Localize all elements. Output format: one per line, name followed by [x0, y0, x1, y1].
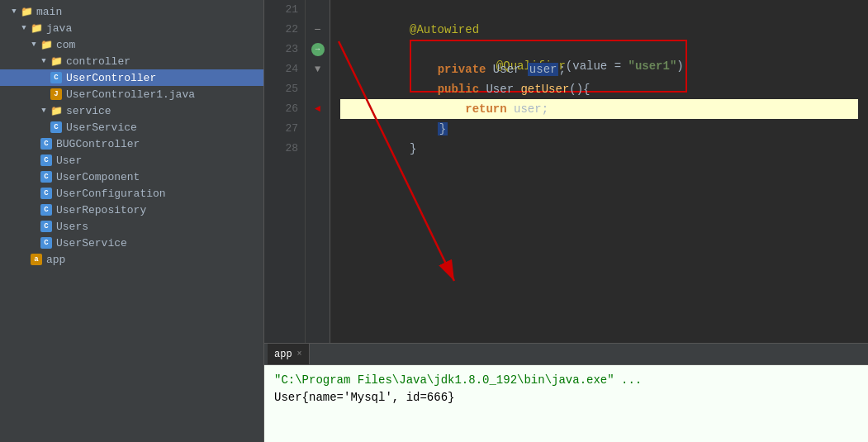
tree-item-usercomponent[interactable]: C UserComponent: [0, 169, 263, 185]
tree-label: UserConfiguration: [56, 188, 166, 200]
tree-item-user[interactable]: C User: [0, 152, 263, 169]
tree-label: com: [56, 39, 75, 51]
bottom-tab-label: app: [274, 349, 292, 360]
java-icon: J: [50, 88, 63, 101]
code-content[interactable]: @Autowired @Qualifier(value = "user1") p…: [330, 0, 868, 343]
folder-icon: 📁: [50, 104, 63, 117]
tree-item-java[interactable]: ▼ 📁 java: [0, 20, 263, 36]
indent-25: [410, 102, 465, 116]
tree-item-users[interactable]: C Users: [0, 218, 263, 235]
line-num-22: 22: [264, 20, 305, 40]
brace-27: }: [410, 142, 416, 155]
gutter-icon-23: →: [306, 40, 330, 59]
folder-icon: 📁: [40, 38, 53, 51]
tree-item-usercontroller1[interactable]: J UserController1.java: [0, 86, 263, 102]
tree-item-usercontroller[interactable]: C UserController: [0, 69, 263, 86]
class-icon: C: [40, 220, 53, 233]
line-num-25: 25: [264, 79, 305, 99]
console-line-2: User{name='Mysql', id=666}: [274, 389, 858, 406]
chevron-icon: ▼: [40, 57, 48, 65]
keyword-public: public: [438, 83, 479, 96]
var-user: user: [528, 63, 559, 76]
indent-26: [410, 122, 438, 135]
tree-label: User: [56, 154, 82, 167]
file-tree-sidebar: ▼ 📁 main ▼ 📁 java ▼ 📁 com ▼ 📁 controller: [0, 0, 264, 442]
keyword-return: return: [465, 102, 506, 116]
method-getuser: getUser: [520, 83, 569, 96]
tree-label: controller: [66, 55, 130, 68]
folder-icon: 📁: [20, 5, 33, 18]
tree-label: UserController1.java: [66, 88, 195, 101]
semicolon: ;: [558, 63, 565, 76]
tree-item-controller[interactable]: ▼ 📁 controller: [0, 53, 263, 69]
tree-item-userservice-inner[interactable]: C UserService: [0, 119, 263, 135]
type-user: User: [493, 63, 521, 76]
code-editor: 21 22 23 24 25 26 27 28 − →: [264, 0, 868, 442]
line-num-26: 26: [264, 99, 305, 119]
parens: (){: [569, 83, 590, 96]
string-user1: "user1": [628, 59, 677, 73]
tree-item-main[interactable]: ▼ 📁 main: [0, 3, 263, 20]
console-text-1: "C:\Program Files\Java\jdk1.8.0_192\bin\…: [274, 373, 642, 387]
console-output: "C:\Program Files\Java\jdk1.8.0_192\bin\…: [264, 365, 868, 442]
bottom-tab-bar: app ×: [264, 344, 868, 365]
value-label: value: [572, 59, 607, 73]
tree-label: UserService: [56, 237, 127, 250]
tree-label: main: [36, 6, 62, 18]
bottom-panel: app × "C:\Program Files\Java\jdk1.8.0_19…: [264, 343, 868, 442]
line-num-24: 24: [264, 59, 305, 79]
gutter-icon-27: [306, 119, 330, 139]
chevron-icon: ▼: [40, 107, 48, 115]
class-icon: C: [40, 170, 53, 183]
tree-label: Users: [56, 221, 88, 233]
gutter-icon-28: [306, 139, 330, 159]
gutter-icon-22: −: [306, 20, 330, 40]
sp-ret: user;: [507, 102, 548, 116]
gutter-icon-24: ▼: [306, 59, 330, 79]
bottom-tab-app[interactable]: app ×: [268, 344, 310, 364]
tree-item-userrepository[interactable]: C UserRepository: [0, 202, 263, 218]
indent-space: [410, 63, 438, 76]
tree-item-service[interactable]: ▼ 📁 service: [0, 102, 263, 119]
tree-label: java: [46, 22, 72, 35]
class-icon: C: [50, 121, 63, 134]
app-icon: a: [30, 253, 43, 266]
gutter-icon-21: [306, 0, 330, 20]
tree-item-userconfiguration[interactable]: C UserConfiguration: [0, 185, 263, 202]
bottom-tab-close-icon[interactable]: ×: [297, 349, 302, 359]
tree-label: BUGController: [56, 138, 140, 150]
chevron-icon: ▼: [10, 7, 18, 16]
folder-icon: 📁: [50, 55, 63, 68]
editor-gutter: − → ▼ ◄: [306, 0, 330, 343]
class-icon: C: [50, 71, 63, 84]
tree-label: UserService: [66, 121, 137, 134]
tree-item-userservice[interactable]: C UserService: [0, 235, 263, 251]
console-line-1: "C:\Program Files\Java\jdk1.8.0_192\bin\…: [274, 372, 858, 389]
class-icon: C: [40, 187, 53, 200]
tree-item-bugcontroller[interactable]: C BUGController: [0, 135, 263, 152]
tree-item-app[interactable]: a app: [0, 251, 263, 268]
indent-24: [410, 83, 438, 96]
code-line-28: [340, 139, 858, 159]
green-arrow-icon: →: [311, 43, 325, 56]
class-icon: C: [40, 154, 53, 167]
space: [486, 63, 492, 76]
empty-line: [410, 162, 416, 175]
file-tree: ▼ 📁 main ▼ 📁 java ▼ 📁 com ▼ 📁 controller: [0, 0, 263, 271]
tree-label: app: [46, 254, 65, 266]
equals: =: [607, 59, 628, 73]
line-num-27: 27: [264, 119, 305, 139]
tree-label: UserRepository: [56, 204, 146, 216]
tree-item-com[interactable]: ▼ 📁 com: [0, 36, 263, 53]
folder-icon: 📁: [30, 21, 43, 35]
paren-open: (: [566, 59, 572, 73]
line-num-21: 21: [264, 0, 305, 20]
brace-26: }: [438, 122, 448, 135]
class-icon: C: [40, 236, 53, 250]
type-user2: User: [486, 83, 514, 96]
tree-label: UserComponent: [56, 171, 140, 183]
gutter-icon-25: [306, 79, 330, 99]
line-num-28: 28: [264, 139, 305, 159]
chevron-icon: ▼: [20, 24, 28, 32]
tree-label: UserController: [66, 72, 156, 84]
